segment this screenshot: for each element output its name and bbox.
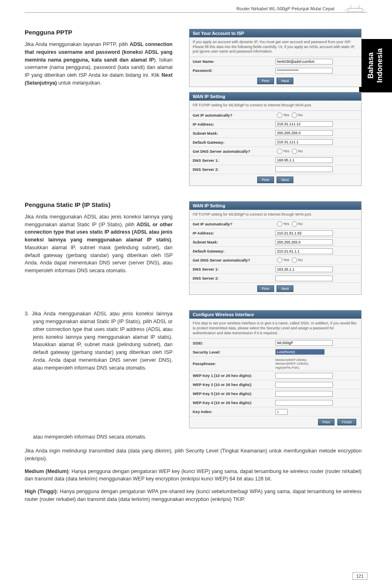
no-label-3: No bbox=[298, 222, 303, 226]
wan1-dns2-input[interactable] bbox=[275, 166, 333, 172]
wan2-getdns-yes[interactable] bbox=[277, 257, 282, 263]
wan2-getdns-label: Get DNS Server automatically? bbox=[193, 258, 275, 262]
wan1-prev-button[interactable]: Prev bbox=[257, 177, 274, 183]
yes-label-3: Yes bbox=[283, 222, 289, 226]
wan2-ip-label: IP Address: bbox=[193, 231, 275, 235]
high-label: High (Tinggi): bbox=[25, 489, 58, 494]
pass-opt3[interactable]: High(WPA-PSK) bbox=[275, 366, 358, 370]
wan2-getip-no[interactable] bbox=[292, 221, 297, 227]
wep2-label: WEP Key 2 (10 or 26 hex digits): bbox=[193, 382, 275, 387]
wan1-gateway-label: Default Gateway: bbox=[193, 140, 275, 145]
no-label-2: No bbox=[298, 149, 303, 153]
no-label-4: No bbox=[298, 258, 303, 262]
wan1-getip-no[interactable] bbox=[292, 113, 297, 118]
wep3-input[interactable] bbox=[275, 391, 333, 397]
yes-label: Yes bbox=[283, 113, 289, 117]
wan1-gateway-input[interactable] bbox=[275, 139, 333, 145]
wan1-title: WAN IP Setting bbox=[189, 92, 361, 101]
item3-body: 3. Jika Anda menggunakan ADSL atau jenis… bbox=[33, 310, 173, 372]
header-rule bbox=[25, 12, 367, 13]
page-number: 121 bbox=[353, 572, 367, 580]
bottom-p3: High (Tinggi): Hanya pengguna dengan pen… bbox=[25, 488, 362, 503]
wan1-getdns-label: Get DNS Server automatically? bbox=[193, 149, 275, 154]
wan2-getip-yes[interactable] bbox=[277, 221, 282, 227]
side-tab-line2: Indonesia bbox=[376, 48, 384, 83]
pass-opt2[interactable]: Medium(WEP-128bits) bbox=[275, 362, 358, 366]
wan1-next-button[interactable]: Next bbox=[277, 177, 293, 183]
ssid-label: SSID: bbox=[193, 341, 275, 345]
pptp-body: Jika Anda menggunakan layanan PPTP, pili… bbox=[25, 41, 173, 87]
wan2-gateway-input[interactable] bbox=[275, 248, 333, 254]
wan2-dns1-label: DNS Server 1: bbox=[193, 267, 275, 271]
wan2-desc: Fill TCP/IP setting for WL500gP to conne… bbox=[189, 210, 361, 220]
wireless-finish-button[interactable]: Finish bbox=[337, 419, 356, 425]
wan1-dns2-label: DNS Server 2: bbox=[193, 167, 275, 172]
wan-ip-panel-1: WAN IP Setting Fill TCP/IP setting for W… bbox=[189, 92, 362, 186]
pptp-heading: Pengguna PPTP bbox=[25, 29, 173, 36]
wan1-dns1-input[interactable] bbox=[275, 157, 333, 163]
wep3-label: WEP Key 3 (10 or 26 hex digits): bbox=[193, 391, 275, 396]
wan2-title: WAN IP Setting bbox=[189, 202, 361, 210]
username-input[interactable] bbox=[275, 59, 333, 64]
prev-button[interactable]: Prev bbox=[257, 78, 274, 84]
wep4-input[interactable] bbox=[275, 400, 333, 406]
wan2-dns2-input[interactable] bbox=[275, 276, 333, 281]
no-label: No bbox=[298, 113, 303, 117]
wan1-getip-label: Get IP automatically? bbox=[193, 113, 275, 117]
wep2-input[interactable] bbox=[275, 382, 333, 388]
username-label: User Name: bbox=[193, 59, 275, 64]
ssid-input[interactable] bbox=[275, 340, 333, 346]
wep4-label: WEP Key 4 (10 or 26 hex digits): bbox=[193, 400, 275, 405]
wireless-desc: First step to set your wireless interfac… bbox=[189, 319, 361, 338]
wan1-desc: Fill TCP/IP setting for WL500gP to conne… bbox=[189, 101, 361, 111]
isp-panel-title: Set Your Account to ISP bbox=[189, 29, 361, 37]
wan1-subnet-input[interactable] bbox=[275, 130, 333, 136]
keyindex-label: Key Index: bbox=[193, 409, 275, 414]
wan1-getip-yes[interactable] bbox=[277, 113, 282, 118]
wan2-next-button[interactable]: Next bbox=[277, 285, 293, 292]
medium-desc: : Hanya pengguna dengan pengaturan WEP k… bbox=[25, 469, 362, 482]
next-button[interactable]: Next bbox=[277, 78, 293, 84]
keyindex-select[interactable]: 1 bbox=[275, 409, 288, 415]
wan2-subnet-input[interactable] bbox=[275, 239, 333, 245]
header-title: Router Nirkabel WL-500gP Petunjuk Mulai … bbox=[236, 6, 334, 11]
svg-point-0 bbox=[345, 9, 365, 13]
wan1-ip-input[interactable] bbox=[275, 121, 333, 127]
bottom-p1: Jika Anda ingin melindungi transmitted d… bbox=[25, 447, 362, 463]
static-ip-heading: Pengguna Static IP (IP Statis) bbox=[25, 201, 173, 208]
wan2-ip-input[interactable] bbox=[275, 230, 333, 236]
router-icon bbox=[343, 3, 367, 14]
wan2-gateway-label: Default Gateway: bbox=[193, 249, 275, 253]
language-tab: Bahasa Indonesia bbox=[359, 39, 392, 92]
wan2-prev-button[interactable]: Prev bbox=[257, 285, 274, 292]
wan2-getdns-no[interactable] bbox=[292, 257, 297, 263]
wep1-input[interactable] bbox=[275, 373, 333, 379]
yes-label-4: Yes bbox=[283, 258, 289, 262]
passphrase-label: Passphrase: bbox=[193, 361, 275, 366]
pass-opt1[interactable]: Medium(WEP-64bits) bbox=[275, 358, 358, 362]
wan1-getdns-no[interactable] bbox=[292, 149, 297, 154]
wan1-getdns-yes[interactable] bbox=[277, 149, 282, 154]
item3-tail: atau memperoleh informasi DNS secara oto… bbox=[33, 433, 362, 441]
wan1-dns1-label: DNS Server 1: bbox=[193, 158, 275, 163]
wireless-panel: Configure Wireless Interface First step … bbox=[189, 310, 362, 428]
yes-label-2: Yes bbox=[283, 149, 289, 153]
side-tab-line1: Bahasa bbox=[367, 53, 375, 79]
wan1-ip-label: IP Address: bbox=[193, 122, 275, 126]
wireless-title: Configure Wireless Interface bbox=[189, 310, 361, 319]
bottom-p2: Medium (Medium): Hanya pengguna dengan p… bbox=[25, 468, 362, 483]
medium-label: Medium (Medium) bbox=[25, 469, 69, 474]
security-select[interactable]: Low(None) bbox=[275, 349, 325, 355]
wep1-label: WEP Key 1 (10 or 26 hex digits): bbox=[193, 373, 275, 378]
static-ip-body: Jika Anda menggunakan ADSL atau jenis ko… bbox=[25, 213, 173, 275]
isp-account-panel: Set Your Account to ISP If you apply an … bbox=[189, 29, 362, 87]
wan-ip-panel-2: WAN IP Setting Fill TCP/IP setting for W… bbox=[189, 201, 362, 295]
password-label: Password: bbox=[193, 68, 275, 73]
wireless-prev-button[interactable]: Prev bbox=[318, 419, 335, 425]
wan2-dns2-label: DNS Server 2: bbox=[193, 276, 275, 280]
isp-panel-desc: If you apply an account with dynamic IP,… bbox=[189, 37, 361, 57]
wan1-subnet-label: Subnet Mask: bbox=[193, 131, 275, 136]
password-input[interactable] bbox=[275, 68, 333, 74]
wan2-getip-label: Get IP automatically? bbox=[193, 222, 275, 226]
wan2-dns1-input[interactable] bbox=[275, 266, 333, 272]
